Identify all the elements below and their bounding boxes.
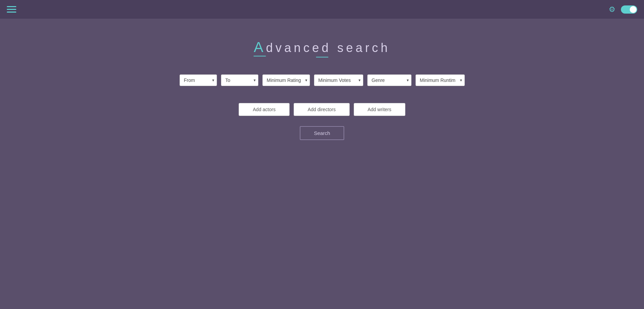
add-directors-button[interactable]: Add directors: [294, 103, 349, 116]
title-underline: [316, 57, 328, 57]
from-select-wrapper: From: [180, 74, 217, 86]
search-button[interactable]: Search: [300, 126, 345, 140]
hamburger-menu-icon[interactable]: [7, 6, 16, 13]
runtime-select[interactable]: Minimum Runtim: [416, 74, 465, 86]
votes-select-wrapper: Minimum Votes: [314, 74, 363, 86]
genre-select[interactable]: Genre: [367, 74, 411, 86]
rating-select[interactable]: Minimum Rating: [262, 74, 310, 86]
add-writers-button[interactable]: Add writers: [354, 103, 405, 116]
from-select[interactable]: From: [180, 74, 217, 86]
filters-row: From To Minimum Rating Minimum Votes Gen…: [180, 74, 465, 86]
nav-right: ⚙: [609, 5, 637, 14]
add-actors-button[interactable]: Add actors: [239, 103, 290, 116]
title-letter-a: A: [254, 39, 266, 56]
genre-select-wrapper: Genre: [367, 74, 411, 86]
title-text: dvanced search: [266, 41, 390, 55]
to-select[interactable]: To: [221, 74, 258, 86]
page-title: Advanced search: [254, 39, 390, 57]
theme-toggle[interactable]: [621, 5, 637, 14]
people-row: Add actors Add directors Add writers: [239, 103, 405, 116]
runtime-select-wrapper: Minimum Runtim: [416, 74, 465, 86]
votes-select[interactable]: Minimum Votes: [314, 74, 363, 86]
main-content: Advanced search From To Minimum Rating M…: [0, 19, 644, 140]
gear-icon[interactable]: ⚙: [609, 5, 615, 14]
rating-select-wrapper: Minimum Rating: [262, 74, 310, 86]
to-select-wrapper: To: [221, 74, 258, 86]
navbar: ⚙: [0, 0, 644, 19]
